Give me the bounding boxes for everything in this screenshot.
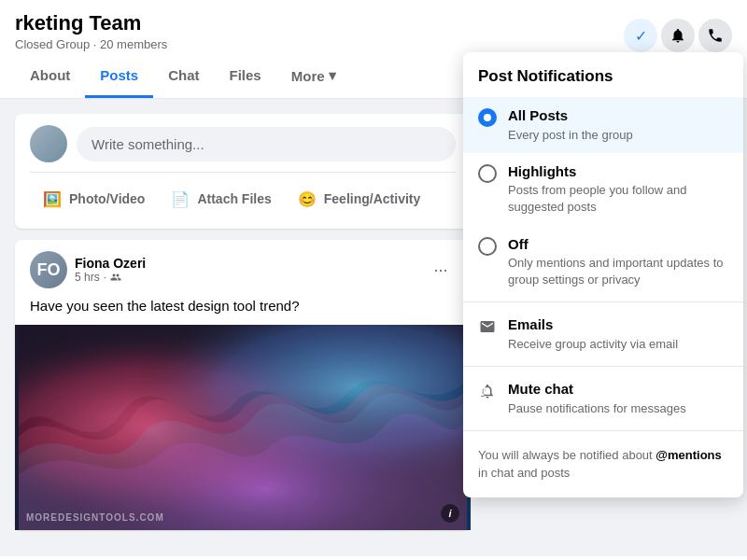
write-box-top: Write something... — [30, 125, 456, 162]
all-posts-text: All Posts Every post in the group — [508, 106, 633, 144]
attach-files-button[interactable]: 📄 Attach Files — [158, 180, 282, 217]
tab-chat[interactable]: Chat — [153, 56, 214, 98]
off-option[interactable]: Off Only mentions and important updates … — [463, 226, 743, 299]
emails-option[interactable]: Emails Receive group activity via email — [463, 306, 743, 362]
off-desc: Only mentions and important updates to g… — [508, 255, 728, 288]
post-image: MOREDESIGNTOOLS.COM i — [15, 325, 471, 530]
post-image-svg — [15, 325, 471, 530]
checkmark-button[interactable]: ✓ — [624, 19, 657, 52]
top-icons: ✓ — [624, 11, 732, 52]
post-meta: 5 hrs · — [75, 271, 146, 284]
phone-button[interactable] — [698, 19, 732, 52]
mute-chat-text: Mute chat Pause notifications for messag… — [508, 380, 686, 417]
feeling-icon: 😊 — [296, 188, 318, 210]
feed-area: Write something... 🖼️ Photo/Video 📄 Atta… — [0, 99, 486, 556]
mute-chat-desc: Pause notifications for messages — [508, 400, 686, 417]
highlights-desc: Posts from people you follow and suggest… — [508, 182, 728, 216]
mentions-highlight: @mentions — [655, 448, 721, 462]
all-posts-radio[interactable] — [478, 108, 497, 127]
group-indicator-icon — [110, 272, 121, 283]
write-actions: 🖼️ Photo/Video 📄 Attach Files 😊 Feeling/… — [30, 172, 456, 217]
group-info: rketing Team Closed Group · 20 members — [15, 11, 167, 51]
mute-chat-option[interactable]: Mute chat Pause notifications for messag… — [463, 371, 743, 427]
post-watermark: MOREDESIGNTOOLS.COM — [26, 512, 164, 523]
feeling-activity-button[interactable]: 😊 Feeling/Activity — [285, 180, 431, 217]
dropdown-footer: You will always be notified about @menti… — [463, 435, 743, 483]
dropdown-divider-2 — [463, 366, 743, 367]
emails-title: Emails — [508, 315, 678, 334]
write-input[interactable]: Write something... — [77, 127, 456, 161]
post-card: FO Fiona Ozeri 5 hrs · — [15, 240, 471, 530]
tab-more[interactable]: More ▾ — [276, 56, 351, 98]
author-avatar: FO — [30, 251, 67, 288]
page-wrapper: rketing Team Closed Group · 20 members ✓ — [0, 0, 747, 560]
author-info: Fiona Ozeri 5 hrs · — [75, 256, 146, 284]
post-author: FO Fiona Ozeri 5 hrs · — [30, 251, 146, 288]
tab-posts[interactable]: Posts — [85, 56, 153, 98]
author-name: Fiona Ozeri — [75, 256, 146, 271]
photo-video-button[interactable]: 🖼️ Photo/Video — [30, 180, 156, 217]
post-more-button[interactable]: ··· — [426, 255, 456, 285]
group-icon: · — [104, 271, 106, 284]
dropdown-divider-3 — [463, 430, 743, 431]
bell-button[interactable] — [661, 19, 695, 52]
off-title: Off — [508, 235, 728, 254]
all-posts-option[interactable]: All Posts Every post in the group — [463, 97, 743, 153]
highlights-radio[interactable] — [478, 164, 497, 183]
tab-files[interactable]: Files — [215, 56, 276, 98]
email-icon — [478, 317, 497, 336]
post-text: Have you seen the latest design tool tre… — [30, 296, 456, 315]
emails-desc: Receive group activity via email — [508, 336, 678, 353]
off-text: Off Only mentions and important updates … — [508, 235, 728, 289]
current-user-avatar — [30, 125, 67, 162]
group-name: rketing Team — [15, 11, 167, 35]
photo-icon: 🖼️ — [41, 188, 63, 210]
chevron-down-icon: ▾ — [329, 67, 336, 84]
dropdown-title: Post Notifications — [463, 67, 743, 97]
post-header: FO Fiona Ozeri 5 hrs · — [30, 251, 456, 288]
tab-about[interactable]: About — [15, 56, 85, 98]
group-subtext: Closed Group · 20 members — [15, 37, 167, 51]
group-header: rketing Team Closed Group · 20 members ✓ — [15, 0, 732, 52]
off-radio[interactable] — [478, 237, 497, 256]
mute-chat-title: Mute chat — [508, 380, 686, 399]
attach-icon: 📄 — [169, 188, 191, 210]
all-posts-title: All Posts — [508, 106, 633, 125]
highlights-option[interactable]: Highlights Posts from people you follow … — [463, 153, 743, 226]
mute-icon — [478, 382, 497, 400]
info-icon[interactable]: i — [441, 504, 459, 523]
write-box: Write something... 🖼️ Photo/Video 📄 Atta… — [15, 114, 471, 229]
highlights-text: Highlights Posts from people you follow … — [508, 162, 728, 217]
dropdown-divider-1 — [463, 301, 743, 302]
emails-text: Emails Receive group activity via email — [508, 315, 678, 353]
highlights-title: Highlights — [508, 162, 728, 181]
notification-dropdown: Post Notifications All Posts Every post … — [463, 52, 743, 497]
all-posts-desc: Every post in the group — [508, 127, 633, 144]
